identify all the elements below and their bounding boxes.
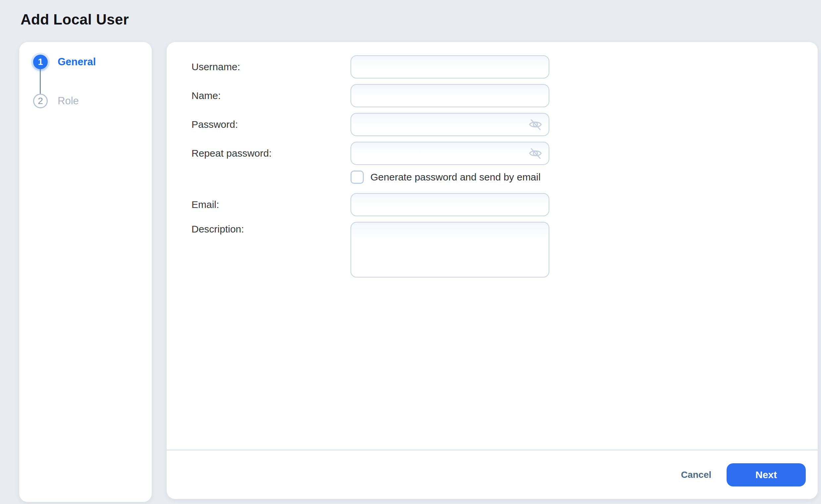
step-1-label: General (58, 56, 96, 68)
username-label: Username: (191, 55, 350, 78)
password-input[interactable] (350, 113, 549, 136)
generate-password-label[interactable]: Generate password and send by email (370, 172, 541, 183)
repeat-password-field (350, 142, 549, 165)
page-title: Add Local User (21, 11, 129, 28)
general-form: Username: Name: Password: Rep (167, 42, 818, 450)
name-row: Name: (191, 84, 818, 107)
email-input[interactable] (350, 193, 549, 216)
email-row: Email: (191, 193, 818, 216)
email-label: Email: (191, 193, 350, 216)
next-button[interactable]: Next (727, 463, 806, 486)
step-1-indicator: 1 (33, 55, 48, 69)
password-row: Password: (191, 113, 818, 136)
name-label: Name: (191, 84, 350, 107)
step-2-label: Role (58, 95, 79, 107)
description-field (350, 222, 549, 277)
repeat-password-row: Repeat password: (191, 142, 818, 165)
cancel-button[interactable]: Cancel (679, 469, 713, 480)
description-row: Description: (191, 222, 818, 277)
step-connector-line (40, 69, 41, 94)
password-field (350, 113, 549, 136)
email-field (350, 193, 549, 216)
name-input[interactable] (350, 84, 549, 107)
repeat-password-input[interactable] (350, 142, 549, 165)
footer-bar: Cancel Next (167, 450, 818, 499)
wizard-step-general[interactable]: 1 General (33, 55, 152, 69)
form-panel: Username: Name: Password: Rep (167, 42, 818, 499)
step-2-indicator: 2 (33, 94, 48, 108)
generate-password-row: Generate password and send by email (350, 171, 818, 184)
wizard-steps-panel: 1 General 2 Role (19, 42, 152, 502)
password-label: Password: (191, 113, 350, 136)
eye-off-icon[interactable] (528, 146, 543, 161)
repeat-password-label: Repeat password: (191, 142, 350, 165)
description-textarea[interactable] (350, 222, 549, 277)
wizard-step-role[interactable]: 2 Role (33, 94, 152, 108)
username-row: Username: (191, 55, 818, 78)
generate-password-checkbox[interactable] (350, 171, 364, 184)
eye-off-icon[interactable] (528, 117, 543, 132)
description-label: Description: (191, 222, 350, 277)
name-field (350, 84, 549, 107)
username-field (350, 55, 549, 78)
username-input[interactable] (350, 55, 549, 78)
